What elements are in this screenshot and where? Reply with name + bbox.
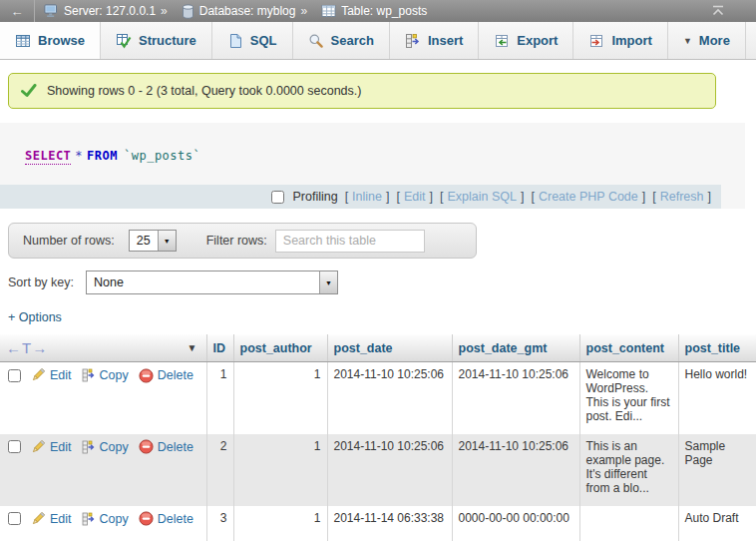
breadcrumb-database[interactable]: Database: myblog — [182, 4, 296, 19]
explain-sql-link[interactable]: Explain SQL — [447, 190, 516, 204]
back-button[interactable]: ← — [0, 0, 35, 22]
success-check-icon — [21, 84, 37, 98]
edit-query-link[interactable]: Edit — [404, 190, 426, 204]
breadcrumb-server[interactable]: Server: 127.0.0.1 — [44, 4, 156, 18]
cell-id: 2 — [206, 434, 233, 506]
breadcrumb-table[interactable]: Table: wp_posts — [321, 4, 427, 18]
delete-icon — [139, 511, 154, 526]
server-icon — [44, 4, 59, 18]
bracket: [ — [652, 190, 655, 204]
table-row: Edit Copy Delete 3 1 2014-11-14 06:33:38… — [0, 506, 756, 541]
table-header-row: ←T→ ▼ ID post_author post_date post_date… — [0, 334, 756, 362]
sql-table-name: `wp_posts` — [124, 149, 200, 163]
tab-import[interactable]: Import — [573, 22, 667, 59]
sql-keyword-select[interactable]: SELECT — [25, 149, 71, 165]
back-arrow-icon: ← — [11, 4, 24, 19]
query-toolbar: Profiling [ Inline ] [ Edit ] [ Explain … — [0, 185, 721, 209]
cell-post-author: 1 — [233, 506, 327, 541]
breadcrumb-separator: » — [161, 4, 168, 18]
cell-post-content: This is an example page. It's different … — [579, 434, 678, 506]
copy-icon — [82, 368, 96, 382]
cell-post-title: Hello world! — [678, 362, 756, 434]
cell-post-content: Welcome to WordPress. This is your first… — [579, 362, 678, 434]
options-toggle-link[interactable]: + Options — [8, 310, 62, 324]
delete-link[interactable]: Delete — [158, 512, 193, 526]
cell-post-author: 1 — [233, 434, 327, 506]
copy-link[interactable]: Copy — [100, 512, 129, 526]
edit-link[interactable]: Edit — [50, 368, 72, 382]
copy-link[interactable]: Copy — [100, 368, 129, 382]
sort-row: Sort by key: None ▼ — [8, 270, 756, 294]
cell-post-content — [579, 506, 678, 541]
column-header-post-date-gmt[interactable]: post_date_gmt — [452, 334, 579, 362]
tab-structure-label: Structure — [139, 33, 196, 48]
with-selected-dropdown-icon[interactable]: ▼ — [188, 342, 200, 353]
copy-icon — [82, 440, 96, 454]
profiling-toggle: Profiling — [267, 188, 337, 207]
bracket: ] — [642, 190, 645, 204]
tab-insert[interactable]: Insert — [390, 22, 479, 59]
filter-rows-input[interactable] — [275, 230, 425, 253]
bracket: ] — [708, 190, 711, 204]
edit-pencil-icon — [30, 439, 46, 455]
copy-link[interactable]: Copy — [100, 440, 129, 454]
row-checkbox[interactable] — [8, 369, 21, 382]
tab-sql[interactable]: SQL — [212, 22, 293, 59]
refresh-link[interactable]: Refresh — [660, 190, 704, 204]
cell-post-title: Auto Draft — [678, 506, 756, 541]
tab-bar: Browse Structure SQL Search Insert Expor… — [0, 22, 756, 60]
column-order-arrows-icon[interactable]: ←T→ — [6, 339, 48, 356]
copy-icon — [82, 512, 96, 526]
column-header-post-title[interactable]: post_title — [678, 334, 756, 362]
cell-post-date-gmt: 2014-11-10 10:25:06 — [452, 362, 579, 434]
sort-key-select[interactable]: None ▼ — [86, 270, 338, 294]
collapse-panel-button[interactable] — [710, 5, 726, 17]
actions-cell: Edit Copy Delete — [0, 362, 206, 434]
structure-icon — [116, 33, 132, 49]
tab-structure[interactable]: Structure — [101, 22, 212, 59]
database-icon — [182, 4, 194, 19]
edit-pencil-icon — [30, 367, 46, 383]
cell-post-date-gmt: 0000-00-00 00:00:00 — [452, 506, 579, 541]
collapse-chevron-icon — [710, 5, 726, 17]
profiling-checkbox[interactable] — [271, 191, 284, 204]
bracket: [ — [345, 190, 348, 204]
cell-id: 1 — [206, 362, 233, 434]
tab-more[interactable]: ▼ More — [668, 22, 746, 59]
cell-post-date: 2014-11-10 10:25:06 — [327, 362, 452, 434]
delete-icon — [139, 368, 154, 383]
delete-link[interactable]: Delete — [158, 440, 193, 454]
tab-browse-label: Browse — [38, 33, 85, 48]
edit-link[interactable]: Edit — [50, 440, 72, 454]
row-controls-bar: Number of rows: 25 ▼ Filter rows: — [8, 223, 477, 259]
select-arrow-icon: ▼ — [319, 271, 337, 293]
insert-icon — [405, 33, 421, 49]
sql-icon — [227, 33, 243, 49]
row-checkbox[interactable] — [8, 440, 21, 453]
bracket: [ — [440, 190, 443, 204]
tab-export[interactable]: Export — [479, 22, 573, 59]
results-table: ←T→ ▼ ID post_author post_date post_date… — [0, 334, 756, 541]
sort-by-key-label: Sort by key: — [8, 275, 74, 289]
edit-link[interactable]: Edit — [50, 512, 72, 526]
tab-search-label: Search — [331, 33, 374, 48]
cell-post-author: 1 — [233, 362, 327, 434]
sql-query: SELECT*FROM`wp_posts` — [25, 149, 745, 163]
column-header-post-author[interactable]: post_author — [233, 334, 327, 362]
bracket: ] — [521, 190, 524, 204]
breadcrumb-separator: » — [300, 4, 307, 18]
inline-link[interactable]: Inline — [352, 190, 382, 204]
browse-icon — [15, 33, 31, 49]
column-header-post-content[interactable]: post_content — [579, 334, 678, 362]
table-row: Edit Copy Delete 2 1 2014-11-10 10:25:06… — [0, 434, 756, 506]
delete-link[interactable]: Delete — [158, 368, 193, 382]
table-icon — [321, 4, 336, 18]
row-checkbox[interactable] — [8, 512, 21, 525]
tab-search[interactable]: Search — [293, 22, 390, 59]
column-header-id[interactable]: ID — [206, 334, 233, 362]
column-header-post-date[interactable]: post_date — [327, 334, 452, 362]
tab-browse[interactable]: Browse — [0, 22, 101, 59]
rows-count-select[interactable]: 25 ▼ — [129, 230, 177, 252]
create-php-code-link[interactable]: Create PHP Code — [539, 190, 638, 204]
tab-sql-label: SQL — [250, 33, 277, 48]
